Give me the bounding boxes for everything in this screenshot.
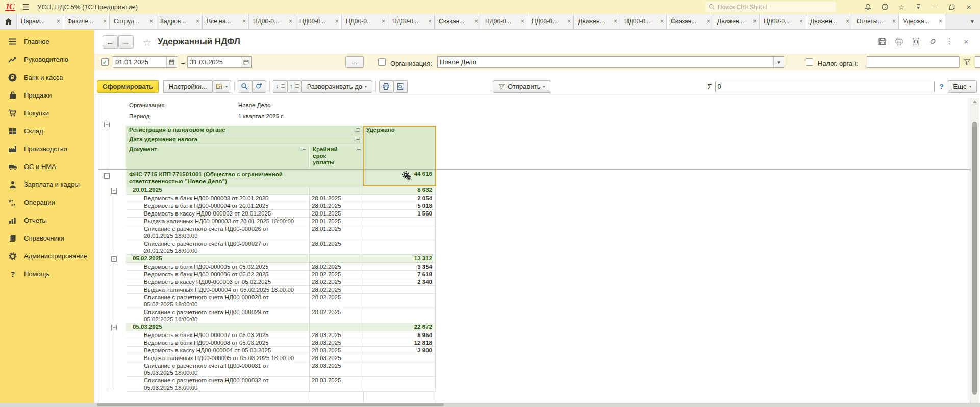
tab-17[interactable]: НД00-0...× [760,14,806,29]
doc-cell[interactable]: Выдача наличных НД00-000003 от 20.01.202… [126,218,310,225]
document-row[interactable]: Ведомость в кассу НД00-000004 от 05.03.2… [126,347,436,354]
service-menu-icon[interactable]: ≡▾ [914,3,922,11]
tax-authority-checkbox[interactable] [806,58,813,66]
document-row[interactable]: Ведомость в банк НД00-000005 от 05.02.20… [126,263,436,271]
sidebar-item-2[interactable]: Руководителю [0,51,94,68]
tab-6[interactable]: НД00-0...× [249,14,295,29]
sidebar-item-10[interactable]: ДтКтОперации [0,194,94,211]
doc-cell[interactable]: Списание с расчетного счета НД00-000032 … [126,377,310,392]
header-withheld[interactable]: Удержано [363,126,436,170]
tab-close-icon[interactable]: × [521,18,524,25]
amount-cell[interactable] [363,354,436,362]
tab-close-icon[interactable]: × [57,18,60,25]
sidebar-item-6[interactable]: Склад [0,122,94,140]
document-row[interactable]: Ведомость в банк НД00-000007 от 05.03.20… [126,331,436,339]
document-row[interactable]: Выдача наличных НД00-000004 от 05.02.202… [126,286,436,294]
date-cell[interactable]: 05.02.2025 [126,255,310,263]
amount-cell[interactable]: 1 560 [363,210,436,218]
tab-close-icon[interactable]: × [474,18,478,25]
document-row[interactable]: Ведомость в кассу НД00-000002 от 20.01.2… [126,210,436,218]
generate-button[interactable]: Сформировать [97,80,159,93]
amount-cell[interactable]: 3 354 [363,263,436,271]
amount-cell[interactable] [363,225,436,240]
sidebar-item-3[interactable]: ₽Банк и касса [0,68,94,86]
find-button[interactable] [238,80,252,93]
organization-combobox[interactable]: ▾ [437,56,784,68]
tab-1[interactable]: Парам...× [17,14,63,29]
tab-close-icon[interactable]: × [939,18,942,25]
amount-cell[interactable]: 22 672 [363,323,436,331]
calendar-icon[interactable] [166,57,177,67]
collapse-groups-button[interactable]: ↓ [273,80,287,93]
doc-cell[interactable]: Ведомость в банк НД00-000005 от 05.02.20… [126,263,310,271]
deadline-cell[interactable]: 28.01.2025 [310,240,363,255]
tab-close-icon[interactable]: × [614,18,617,25]
deadline-cell[interactable] [310,323,363,331]
settings-button[interactable]: Настройки... [163,80,213,93]
date-cell[interactable]: 05.03.2025 [126,323,310,331]
amount-cell[interactable] [363,240,436,255]
tab-close-icon[interactable]: × [707,18,710,25]
vertical-scrollbar[interactable] [970,98,979,403]
amount-cell[interactable]: 13 312 [363,255,436,263]
tab-7[interactable]: НД00-0...× [295,14,342,29]
report-spreadsheet[interactable]: Организация Новое Дело Период 1 квартал … [98,98,970,403]
sidebar-item-7[interactable]: Производство [0,140,94,158]
document-row[interactable]: Списание с расчетного счета НД00-000029 … [126,308,436,323]
document-row[interactable]: Ведомость в банк НД00-000003 от 20.01.20… [126,195,436,202]
deadline-cell[interactable]: 28.01.2025 [310,210,363,218]
document-row[interactable]: Выдача наличных НД00-000003 от 20.01.202… [126,218,436,225]
period-checkbox[interactable]: ✓ [101,58,109,66]
deadline-cell[interactable]: 28.02.2025 [310,263,363,271]
preview-button[interactable] [393,80,408,93]
deadline-cell[interactable]: 28.02.2025 [310,308,363,323]
tab-12[interactable]: НД00-0...× [527,14,574,29]
tab-19[interactable]: Отчеты...× [852,14,899,29]
tab-overflow-button[interactable]: ▼ [965,14,980,29]
chevron-down-icon[interactable]: ▾ [773,57,784,67]
restore-window-icon[interactable] [948,3,956,11]
add-favorite-star-icon[interactable]: ☆ [143,37,152,49]
sidebar-item-8[interactable]: ОС и НМА [0,158,94,176]
amount-cell[interactable]: 8 632 [363,186,436,195]
expand-groups-button[interactable]: ↑ [287,80,301,93]
tab-15[interactable]: Связан...× [667,14,713,29]
amount-cell[interactable] [363,362,436,377]
tab-close-icon[interactable]: × [799,18,803,25]
amount-cell[interactable]: 5 954 [363,331,436,339]
deadline-cell[interactable]: 28.03.2025 [310,331,363,339]
tab-close-icon[interactable]: × [382,18,385,25]
tab-5[interactable]: Все на...× [203,14,249,29]
get-link-icon[interactable] [928,37,937,46]
deadline-cell[interactable]: 28.03.2025 [310,354,363,362]
forward-button[interactable]: → [118,35,134,49]
header-deadline[interactable]: Крайний срок уплаты ↓ [310,145,363,170]
print-icon[interactable] [894,37,903,46]
tab-close-icon[interactable]: × [289,18,292,25]
document-row[interactable]: Списание с расчетного счета НД00-000026 … [126,225,436,240]
deadline-cell[interactable]: 28.02.2025 [310,294,363,308]
tab-close-icon[interactable]: × [103,18,107,25]
amount-cell[interactable]: 2 340 [363,278,436,286]
cancel-search-button[interactable] [252,80,266,93]
horizontal-scrollbar[interactable] [0,403,980,407]
notifications-bell-icon[interactable] [864,3,872,11]
deadline-cell[interactable]: 28.03.2025 [310,339,363,347]
header-withhold-date[interactable]: Дата удержания налога ↓ [126,135,363,145]
deadline-cell[interactable]: 28.02.2025 [310,271,363,278]
tab-2[interactable]: Физиче...× [63,14,110,29]
organization-checkbox[interactable] [378,58,386,66]
date-cell[interactable]: 20.01.2025 [126,186,310,195]
vertical-scroll-thumb[interactable] [972,122,977,395]
scroll-up-arrow[interactable] [973,100,977,103]
amount-cell[interactable] [363,218,436,225]
horizontal-scroll-thumb[interactable] [97,403,444,406]
doc-cell[interactable]: Ведомость в банк НД00-000008 от 05.03.20… [126,339,310,347]
favorites-star-icon[interactable]: ☆ [897,3,906,11]
period-to-field[interactable] [187,56,252,68]
document-row[interactable]: Списание с расчетного счета НД00-000028 … [126,294,436,308]
doc-cell[interactable]: Списание с расчетного счета НД00-000026 … [126,225,310,240]
tab-close-icon[interactable]: × [149,18,153,25]
doc-cell[interactable]: Списание с расчетного счета НД00-000028 … [126,294,310,308]
save-icon[interactable] [877,37,887,46]
